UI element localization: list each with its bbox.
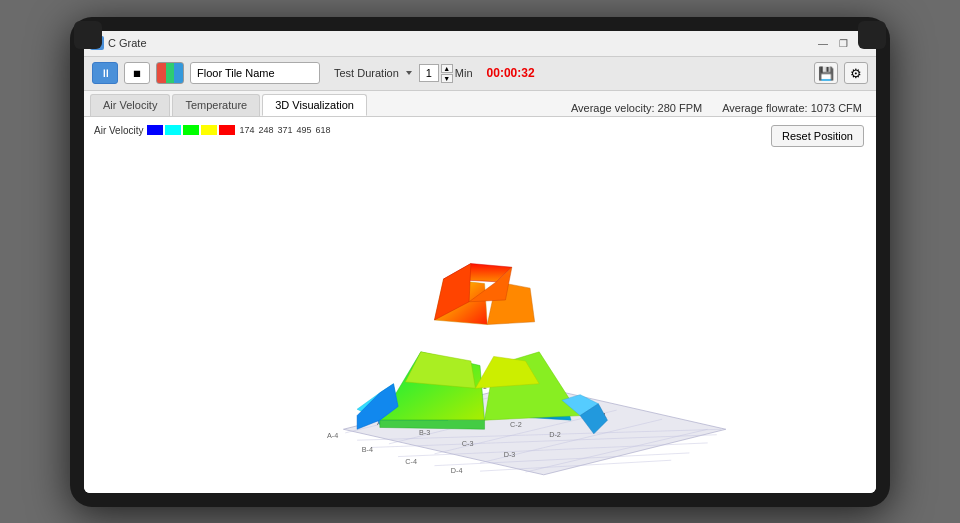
duration-value: 1	[419, 64, 439, 82]
save-button[interactable]: 💾	[814, 62, 838, 84]
save-icon: 💾	[818, 66, 834, 81]
legend-val-1: 174	[239, 125, 254, 135]
legend-color-1	[147, 125, 163, 135]
app-icon: C	[90, 36, 104, 50]
tab-bar: Air Velocity Temperature 3D Visualizatio…	[84, 91, 876, 117]
svg-text:D-4: D-4	[451, 465, 463, 474]
title-bar: C C Grate — ❐ ✕	[84, 31, 876, 57]
tab-3d-visualization[interactable]: 3D Visualization	[262, 94, 367, 116]
stop-button[interactable]: ⏹	[124, 62, 150, 84]
stop-icon: ⏹	[132, 68, 142, 79]
duration-up-button[interactable]: ▲	[441, 64, 453, 73]
legend-color-4	[201, 125, 217, 135]
tab-stats: Average velocity: 280 FPM Average flowra…	[571, 102, 870, 116]
legend-val-5: 618	[316, 125, 331, 135]
color-mode-button[interactable]	[156, 62, 184, 84]
viz-main-front	[380, 420, 485, 429]
svg-marker-0	[406, 71, 412, 75]
test-duration-label: Test Duration	[334, 67, 399, 79]
svg-text:D-2: D-2	[549, 429, 561, 438]
viz-shoulder-left	[405, 351, 475, 387]
legend-color-3	[183, 125, 199, 135]
main-content: Air Velocity 174 248 371 495 618 Reset P…	[84, 117, 876, 493]
toolbar: ⏸ ⏹ Test Duration 1 ▲ ▼ Min 00:00:32 💾	[84, 57, 876, 91]
timer-display: 00:00:32	[487, 66, 542, 80]
grid-label-a4: A-4	[327, 431, 338, 440]
legend-color-5	[219, 125, 235, 135]
svg-text:B-3: B-3	[419, 427, 430, 436]
duration-control: 1 ▲ ▼ Min	[419, 64, 475, 83]
tab-temperature[interactable]: Temperature	[172, 94, 260, 116]
svg-text:D-3: D-3	[504, 449, 516, 458]
legend-val-3: 371	[278, 125, 293, 135]
close-button[interactable]: ✕	[856, 36, 870, 50]
duration-spinner: ▲ ▼	[441, 64, 453, 83]
avg-flowrate-stat: Average flowrate: 1073 CFM	[722, 102, 862, 114]
pause-button[interactable]: ⏸	[92, 62, 118, 84]
restore-button[interactable]: ❐	[836, 36, 850, 50]
minimize-button[interactable]: —	[816, 36, 830, 50]
screen: C C Grate — ❐ ✕ ⏸ ⏹ Test Duration 1	[84, 31, 876, 493]
legend-color-2	[165, 125, 181, 135]
duration-down-button[interactable]: ▼	[441, 74, 453, 83]
3d-visualization-svg: A-4 B-4 C-4 D-4 A-3 B-3 C-3 D-3 A-2 B-2 …	[84, 147, 876, 493]
duration-unit: Min	[455, 67, 473, 79]
svg-text:C-3: C-3	[462, 438, 474, 447]
settings-icon: ⚙	[850, 66, 862, 81]
reset-position-button[interactable]: Reset Position	[771, 125, 864, 147]
settings-button[interactable]: ⚙	[844, 62, 868, 84]
legend-bar: Air Velocity 174 248 371 495 618	[94, 125, 331, 136]
pause-icon: ⏸	[100, 67, 111, 79]
floor-tile-input[interactable]	[190, 62, 320, 84]
legend-colors	[147, 125, 235, 135]
tablet-shell: C C Grate — ❐ ✕ ⏸ ⏹ Test Duration 1	[70, 17, 890, 507]
tab-air-velocity[interactable]: Air Velocity	[90, 94, 170, 116]
window-controls: — ❐ ✕	[816, 36, 870, 50]
svg-text:C-4: C-4	[405, 456, 417, 465]
legend-val-4: 495	[297, 125, 312, 135]
window-title: C Grate	[108, 37, 812, 49]
legend-label: Air Velocity	[94, 125, 143, 136]
svg-text:C-2: C-2	[510, 419, 522, 428]
3d-visualization-container[interactable]: A-4 B-4 C-4 D-4 A-3 B-3 C-3 D-3 A-2 B-2 …	[84, 147, 876, 493]
dropdown-arrow-icon	[405, 69, 413, 77]
svg-text:B-4: B-4	[362, 445, 373, 454]
avg-velocity-stat: Average velocity: 280 FPM	[571, 102, 702, 114]
legend-val-2: 248	[259, 125, 274, 135]
